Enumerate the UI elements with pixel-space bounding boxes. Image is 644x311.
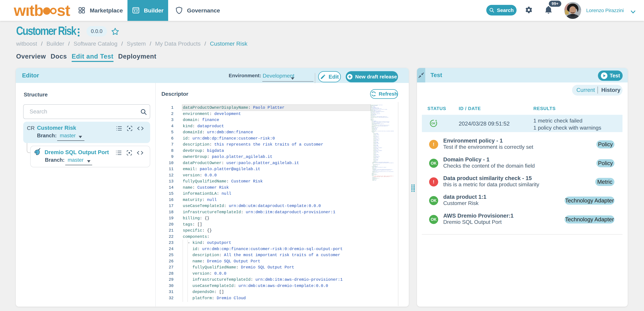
svg-text:OK: OK — [431, 122, 436, 125]
svg-text:*: * — [435, 119, 437, 123]
